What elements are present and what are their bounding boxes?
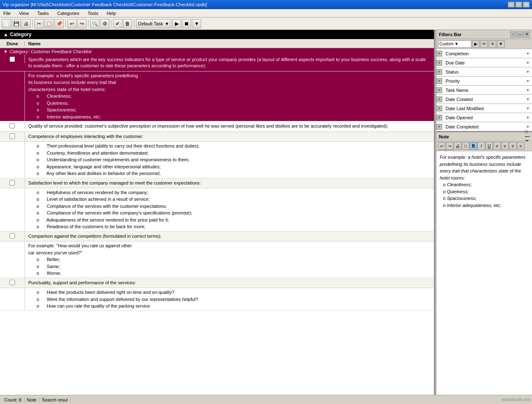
filters-close-button[interactable]: ✕: [524, 32, 530, 37]
note-paste-button[interactable]: □: [462, 142, 469, 150]
toolbar-separator-1: [32, 20, 33, 28]
task-checkbox-3[interactable]: [0, 132, 25, 140]
category-expand-icon[interactable]: ▼: [3, 49, 8, 54]
filter-more-button[interactable]: ▼: [497, 40, 505, 48]
filter-datelastmodified-arrow: ▼: [524, 106, 532, 111]
filter-completion-expand[interactable]: +: [436, 51, 442, 57]
task-content-6: Punctuality, support and performance of …: [25, 278, 434, 288]
sub-checkbox-5: [0, 241, 25, 278]
note-text-5: For example: "How would you rate us agai…: [28, 242, 431, 256]
paste-button[interactable]: 📌: [54, 19, 64, 28]
task-checkbox-1[interactable]: [0, 55, 25, 63]
redo-button[interactable]: ↪: [77, 19, 86, 28]
note-bold-button[interactable]: B: [470, 142, 477, 150]
new-button[interactable]: 📄: [2, 19, 11, 28]
note-bullet-list: Cleanliness; Quietness; Spaciousness; In…: [440, 181, 529, 209]
task-checkbox-5[interactable]: [0, 232, 25, 240]
note-align-center-button[interactable]: ≡: [501, 142, 509, 150]
menu-view[interactable]: View: [17, 10, 31, 16]
menu-categories[interactable]: Categories: [56, 10, 81, 16]
delete-button[interactable]: 🗑: [123, 19, 132, 28]
bullet-item: o Level of satisfaction achieved in a re…: [28, 196, 431, 203]
filter-taskname-expand[interactable]: +: [436, 87, 442, 93]
title-bar: Vip organizer [M:\Vlad\Checklists\Custom…: [0, 0, 532, 9]
settings-button[interactable]: ⚙: [100, 19, 109, 28]
filter-datelastmodified-expand[interactable]: +: [436, 106, 442, 111]
filter-datecompleted-expand[interactable]: +: [436, 124, 442, 130]
filters-minimize-button[interactable]: —: [517, 32, 523, 37]
note-align-right-button[interactable]: ≡: [509, 142, 517, 150]
checkbox-input-5[interactable]: [10, 233, 15, 239]
checkbox-input-2[interactable]: [10, 123, 15, 128]
search-button[interactable]: 🔍: [90, 19, 99, 28]
note-minimize-button[interactable]: —: [525, 134, 530, 139]
bullet-item: o Appearance, language and other interpe…: [28, 163, 431, 170]
more-button[interactable]: ▼: [192, 19, 201, 28]
task-content-2: Quality of service provided: customer's …: [25, 121, 434, 131]
note-restore-button[interactable]: □: [525, 129, 530, 134]
note-print-button[interactable]: 🖨: [454, 142, 461, 150]
filter-dateopened-expand[interactable]: +: [436, 115, 442, 121]
filter-priority-expand[interactable]: +: [436, 78, 442, 84]
filter-datecreated-expand[interactable]: +: [436, 96, 442, 102]
list-item: Quietness;: [443, 188, 529, 195]
task-type-dropdown[interactable]: Default Task ▼: [136, 19, 171, 28]
th-name: Name: [25, 41, 434, 46]
toolbar-separator-5: [134, 20, 134, 28]
bullet-item: o Were the information and support deliv…: [28, 296, 431, 303]
filter-dateopened-row: + Date Opened ▼: [436, 113, 532, 122]
task-checkbox-6[interactable]: [0, 278, 25, 286]
note-italic-button[interactable]: I: [478, 142, 485, 150]
filter-preset-dropdown[interactable]: Custom ▼: [438, 40, 471, 48]
menu-tools[interactable]: Tools: [86, 10, 100, 16]
check-button[interactable]: ✔: [113, 19, 122, 28]
left-panel: ▲ Category Done Name ▼ Category: Custome…: [0, 30, 435, 404]
note-toolbar: ↩ ↪ 🖨 □ B I U ≡ ≡ ≡ ≡ • »: [436, 141, 532, 151]
filter-status-expand[interactable]: +: [436, 69, 442, 75]
note-align-justify-button[interactable]: ≡: [517, 142, 525, 150]
note-align-left-button[interactable]: ≡: [493, 142, 501, 150]
task-checkbox-4[interactable]: [0, 178, 25, 187]
close-button[interactable]: ✕: [523, 2, 530, 7]
checkbox-input-4[interactable]: [10, 180, 15, 185]
print-button[interactable]: 🖨: [22, 19, 31, 28]
filter-duedate-label: Due Date: [443, 60, 524, 65]
maximize-button[interactable]: □: [515, 2, 522, 7]
filter-priority-row: + Priority ▼: [436, 76, 532, 86]
menu-file[interactable]: File: [2, 10, 12, 16]
filter-apply-button[interactable]: ▶: [472, 40, 480, 48]
sub-content-1: For example: a hotel's specific paramete…: [25, 71, 434, 121]
note-underline-button[interactable]: U: [485, 142, 493, 150]
checkbox-input-1[interactable]: [10, 57, 15, 62]
checkbox-input-3[interactable]: [10, 133, 15, 139]
filter-edit-button[interactable]: ✏: [480, 40, 488, 48]
filters-restore-button[interactable]: □: [510, 32, 516, 37]
logo-text: todolistsoft.com: [502, 397, 530, 402]
filter-delete-button[interactable]: ✕: [489, 40, 496, 48]
note-undo-button[interactable]: ↩: [438, 142, 446, 150]
category-row: ▼ Category: Customer Feedback Checklist: [0, 48, 434, 55]
note-redo-button[interactable]: ↪: [446, 142, 453, 150]
stop-button[interactable]: ⏹: [182, 19, 191, 28]
category-header: ▲ Category: [0, 30, 434, 39]
save-button[interactable]: 💾: [12, 19, 21, 28]
bullet-item: o Their professional level (ability to c…: [28, 143, 431, 150]
bullet-item: o Adequateness of the service rendered t…: [28, 217, 431, 224]
copy-button[interactable]: 📋: [44, 19, 54, 28]
filter-duedate-expand[interactable]: +: [436, 60, 442, 66]
cut-button[interactable]: ✂: [34, 19, 44, 28]
checkbox-input-6[interactable]: [10, 280, 15, 285]
task-content-1: Specific parameters which are the key su…: [25, 55, 434, 71]
filter-priority-arrow: ▼: [524, 79, 532, 83]
play-button[interactable]: ▶: [172, 19, 181, 28]
bullet-item: o Helpfulness of services rendered by th…: [28, 189, 431, 196]
minimize-button[interactable]: —: [508, 2, 515, 7]
bullet-item: o Same;: [28, 263, 431, 270]
toolbar-separator-4: [111, 20, 111, 28]
menu-tasks[interactable]: Tasks: [35, 10, 50, 16]
undo-button[interactable]: ↩: [67, 19, 76, 28]
content-area[interactable]: ▼ Category: Customer Feedback Checklist …: [0, 48, 434, 404]
menu-help[interactable]: Help: [105, 10, 118, 16]
task-checkbox-2[interactable]: [0, 121, 25, 130]
main-layout: ▲ Category Done Name ▼ Category: Custome…: [0, 30, 532, 404]
